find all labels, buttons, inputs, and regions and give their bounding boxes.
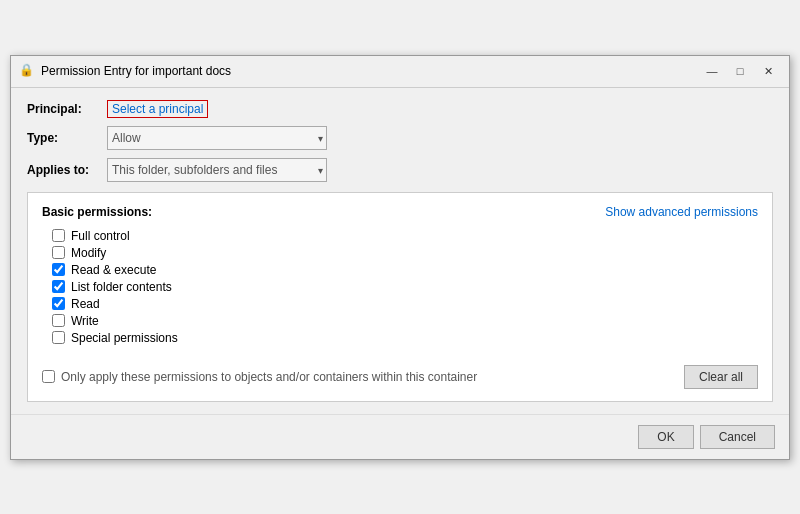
show-advanced-button[interactable]: Show advanced permissions [605,205,758,219]
window-title: Permission Entry for important docs [41,64,231,78]
perm-read-execute: Read & execute [52,263,758,277]
section-footer-row: Only apply these permissions to objects … [42,357,758,389]
close-button[interactable]: ✕ [755,61,781,81]
section-title: Basic permissions: [42,205,152,219]
basic-permissions-section: Basic permissions: Show advanced permiss… [27,192,773,402]
type-row: Type: Allow Deny ▾ [27,126,773,150]
type-label: Type: [27,131,107,145]
applies-select[interactable]: This folder, subfolders and files This f… [107,158,327,182]
perm-list-folder: List folder contents [52,280,758,294]
permissions-list: Full control Modify Read & execute List … [52,229,758,345]
perm-write-label[interactable]: Write [71,314,99,328]
perm-modify-checkbox[interactable] [52,246,65,259]
principal-label: Principal: [27,102,107,116]
type-select[interactable]: Allow Deny [107,126,327,150]
applies-label: Applies to: [27,163,107,177]
only-apply-label[interactable]: Only apply these permissions to objects … [61,370,477,384]
perm-full-control-label[interactable]: Full control [71,229,130,243]
perm-special-label[interactable]: Special permissions [71,331,178,345]
perm-special-checkbox[interactable] [52,331,65,344]
only-apply-row: Only apply these permissions to objects … [42,370,477,384]
perm-read: Read [52,297,758,311]
dialog-content: Principal: Select a principal Type: Allo… [11,88,789,414]
title-bar-left: 🔒 Permission Entry for important docs [19,63,231,79]
type-select-wrapper: Allow Deny ▾ [107,126,327,150]
applies-row: Applies to: This folder, subfolders and … [27,158,773,182]
select-principal-link[interactable]: Select a principal [107,100,208,118]
clear-all-button[interactable]: Clear all [684,365,758,389]
perm-full-control: Full control [52,229,758,243]
cancel-button[interactable]: Cancel [700,425,775,449]
perm-write: Write [52,314,758,328]
perm-modify: Modify [52,246,758,260]
perm-modify-label[interactable]: Modify [71,246,106,260]
ok-button[interactable]: OK [638,425,693,449]
principal-row: Principal: Select a principal [27,100,773,118]
title-bar: 🔒 Permission Entry for important docs — … [11,56,789,88]
perm-read-execute-label[interactable]: Read & execute [71,263,156,277]
perm-list-folder-label[interactable]: List folder contents [71,280,172,294]
title-bar-controls: — □ ✕ [699,61,781,81]
perm-write-checkbox[interactable] [52,314,65,327]
dialog-footer: OK Cancel [11,414,789,459]
applies-select-wrapper: This folder, subfolders and files This f… [107,158,327,182]
maximize-button[interactable]: □ [727,61,753,81]
perm-special: Special permissions [52,331,758,345]
perm-read-execute-checkbox[interactable] [52,263,65,276]
perm-full-control-checkbox[interactable] [52,229,65,242]
permission-entry-dialog: 🔒 Permission Entry for important docs — … [10,55,790,460]
window-icon: 🔒 [19,63,35,79]
perm-read-checkbox[interactable] [52,297,65,310]
perm-read-label[interactable]: Read [71,297,100,311]
section-header: Basic permissions: Show advanced permiss… [42,205,758,219]
minimize-button[interactable]: — [699,61,725,81]
perm-list-folder-checkbox[interactable] [52,280,65,293]
only-apply-checkbox[interactable] [42,370,55,383]
